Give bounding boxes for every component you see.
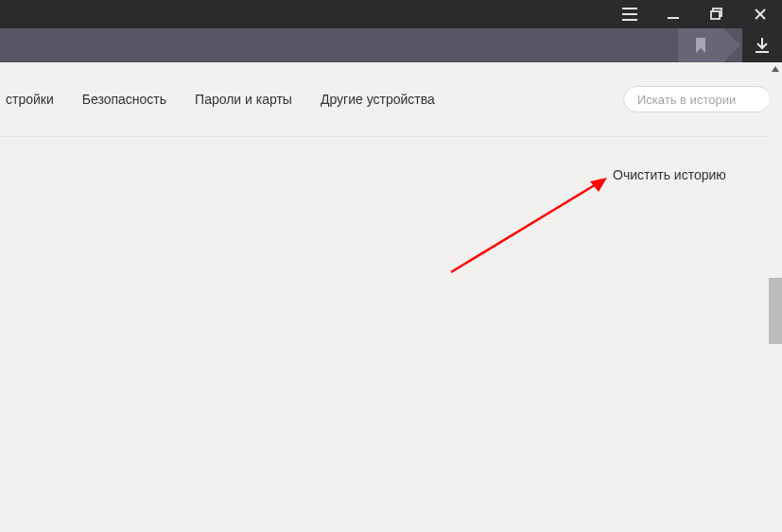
close-icon xyxy=(754,8,767,21)
svg-rect-1 xyxy=(622,13,637,15)
history-search-input[interactable] xyxy=(623,86,771,112)
svg-rect-5 xyxy=(711,11,720,19)
chevron-up-icon xyxy=(772,66,779,72)
download-button[interactable] xyxy=(742,28,782,62)
menu-button[interactable] xyxy=(608,0,652,28)
hamburger-icon xyxy=(622,8,637,21)
minimize-button[interactable] xyxy=(652,0,695,28)
svg-rect-3 xyxy=(668,17,679,19)
bookmark-icon xyxy=(695,38,706,53)
tab-settings-cut[interactable]: стройки xyxy=(6,92,54,107)
window-titlebar xyxy=(0,0,782,28)
maximize-button[interactable] xyxy=(695,0,739,28)
svg-marker-10 xyxy=(590,178,607,192)
download-icon xyxy=(754,37,771,54)
minimize-icon xyxy=(667,8,680,21)
tab-passwords-cards[interactable]: Пароли и карты xyxy=(195,92,292,107)
svg-rect-8 xyxy=(756,51,769,53)
address-toolbar xyxy=(0,28,782,62)
page-body: стройки Безопасность Пароли и карты Друг… xyxy=(0,62,782,532)
tab-security[interactable]: Безопасность xyxy=(82,92,166,107)
close-button[interactable] xyxy=(739,0,782,28)
tab-other-devices[interactable]: Другие устройства xyxy=(321,92,435,107)
scrollbar-up-button[interactable] xyxy=(769,62,782,76)
svg-rect-2 xyxy=(622,19,637,21)
content-area: Очистить историю xyxy=(0,137,782,532)
settings-nav-row: стройки Безопасность Пароли и карты Друг… xyxy=(0,62,782,136)
bookmark-tab[interactable] xyxy=(678,28,723,62)
red-arrow-annotation xyxy=(446,173,617,277)
svg-marker-11 xyxy=(772,66,779,72)
maximize-icon xyxy=(710,8,723,21)
svg-rect-0 xyxy=(622,8,637,9)
scrollbar-track[interactable] xyxy=(769,62,782,532)
scrollbar-thumb[interactable] xyxy=(769,278,782,344)
clear-history-link[interactable]: Очистить историю xyxy=(613,167,726,182)
svg-line-9 xyxy=(451,180,602,272)
